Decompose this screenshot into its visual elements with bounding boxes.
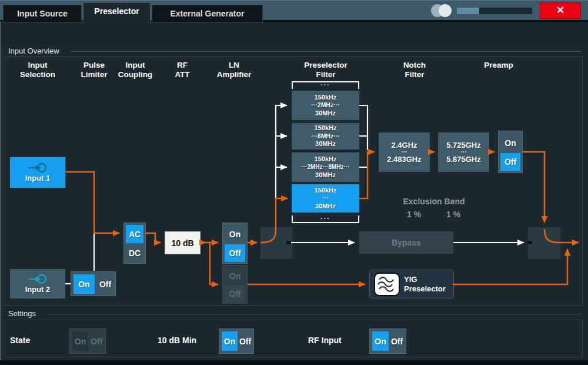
rf-input-off[interactable]: Off — [389, 331, 405, 351]
notch-filter-1[interactable]: 2.4GHz···2.483GHz — [379, 132, 430, 172]
transparency-slider-fill — [457, 8, 479, 14]
ln-amplifier2-off: Off — [225, 286, 245, 302]
input1-block[interactable]: Input 1 — [10, 157, 65, 188]
input2-toggle-off[interactable]: Off — [96, 274, 115, 294]
ln-amplifier-on[interactable]: On — [225, 225, 245, 243]
transparency-slider[interactable] — [457, 8, 532, 14]
drag-toggle-knob-icon[interactable] — [439, 4, 452, 17]
settings-group-label: Settings — [8, 309, 36, 318]
coupling-dc[interactable]: DC — [126, 244, 143, 262]
filter-block-3[interactable]: 150kHz···2MHz···8MHz···30MHz — [292, 152, 359, 182]
yig-label: YIGPreselector — [404, 275, 446, 294]
overview-group-label: Input Overview — [8, 47, 59, 55]
col-preamp: Preamp — [484, 61, 513, 70]
input2-block[interactable]: Input 2 — [10, 269, 65, 298]
input2-toggle-on[interactable]: On — [74, 274, 95, 294]
filter-block-4-selected[interactable]: 150kHz···30MHz — [292, 184, 359, 213]
settings-group-rule — [47, 314, 581, 314]
state-toggle: On Off — [69, 328, 106, 354]
col-input-selection: InputSelection — [20, 61, 55, 79]
col-ln-amplifier: LNAmplifier — [217, 61, 252, 79]
ellipsis-down: ··· — [320, 215, 330, 222]
coupling-toggle[interactable]: AC DC — [123, 223, 146, 264]
col-input-coupling: InputCoupling — [118, 61, 152, 79]
input1-label: Input 1 — [25, 174, 51, 182]
rf-input-label: RF Input — [308, 336, 342, 345]
col-notch-filter: NotchFilter — [403, 61, 426, 79]
filter-block-2[interactable]: 150kHz···8MHz···30MHz — [292, 123, 359, 150]
input-dialog: Input ✕ Input Source Preselector Externa… — [0, 0, 588, 365]
col-rf-att: RFATT — [175, 61, 189, 79]
close-button[interactable]: ✕ — [540, 2, 581, 19]
tab-input-source[interactable]: Input Source — [3, 5, 82, 23]
yig-preselector-block[interactable]: YIGPreselector — [369, 270, 454, 298]
state-label: State — [10, 336, 30, 345]
att-min-toggle[interactable]: On Off — [219, 328, 254, 354]
att-min-label: 10 dB Min — [158, 336, 196, 345]
att-min-on[interactable]: On — [222, 331, 238, 351]
exclusion-band-label: Exclusion Band — [403, 197, 465, 206]
rf-input-on[interactable]: On — [372, 331, 389, 351]
dialog-left-edge — [0, 21, 1, 360]
overview-group-rule — [71, 51, 581, 52]
tab-strip — [0, 21, 588, 45]
ellipsis-up: ··· — [320, 81, 330, 88]
yig-filter-icon — [374, 273, 400, 296]
ln-amplifier2-on: On — [225, 267, 245, 284]
ln-amplifier-toggle[interactable]: On Off — [222, 223, 248, 264]
ln-amplifier-off[interactable]: Off — [225, 244, 245, 262]
preamp-on[interactable]: On — [500, 134, 520, 152]
input2-toggle[interactable]: On Off — [71, 271, 116, 296]
notch-filter-2[interactable]: 5.725GHz···5.875GHz — [438, 132, 489, 172]
coupler-junction-left — [260, 227, 292, 259]
bottom-strip — [0, 360, 588, 365]
filter-block-1[interactable]: 150kHz···2MHz···30MHz — [292, 91, 359, 120]
preamp-toggle[interactable]: On Off — [498, 131, 523, 173]
coupling-ac[interactable]: AC — [126, 225, 143, 243]
filter-list-scroll-down[interactable]: ··· — [292, 215, 359, 223]
rf-input-toggle[interactable]: On Off — [369, 328, 406, 354]
coupler-junction-right — [528, 227, 560, 259]
bypass-block: Bypass — [359, 231, 453, 254]
preamp-off[interactable]: Off — [500, 153, 520, 171]
attenuation-block[interactable]: 10 dB — [165, 231, 201, 254]
tab-external-generator[interactable]: External Generator — [152, 5, 263, 23]
input-connector-icon — [28, 162, 48, 173]
ln-amplifier2-toggle: On Off — [222, 265, 248, 304]
filter-list-scroll-up[interactable]: ··· — [292, 81, 359, 89]
input2-label: Input 2 — [25, 285, 51, 294]
tab-preselector[interactable]: Preselector — [83, 2, 151, 24]
close-icon: ✕ — [556, 5, 564, 16]
state-toggle-off: Off — [89, 331, 104, 351]
exclusion-band-value-1: 1 % — [407, 210, 421, 219]
state-toggle-on: On — [72, 331, 88, 351]
att-min-off[interactable]: Off — [238, 331, 252, 351]
col-pulse-limiter: PulseLimiter — [81, 61, 107, 79]
input-connector-icon — [28, 274, 48, 284]
col-preselector-filter: PreselectorFilter — [304, 61, 348, 79]
exclusion-band-value-2: 1 % — [446, 210, 460, 219]
